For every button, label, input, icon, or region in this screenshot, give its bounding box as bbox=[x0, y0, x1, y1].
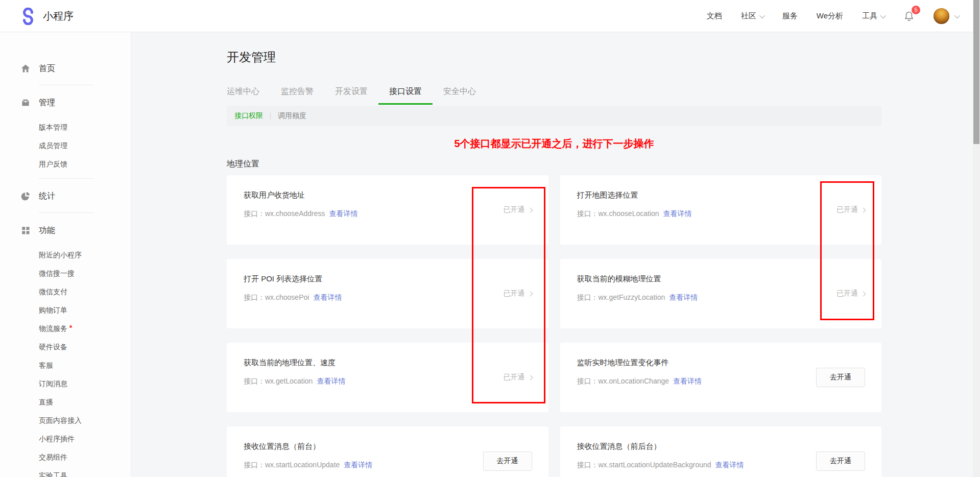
view-details-link[interactable]: 查看详情 bbox=[313, 293, 342, 301]
api-card-info: 接口：wx.chooseLocation查看详情 bbox=[577, 209, 882, 219]
miniprogram-logo-icon bbox=[19, 8, 37, 25]
chevron-right-icon bbox=[528, 207, 533, 212]
pie-chart-icon bbox=[20, 191, 31, 201]
chevron-down-icon bbox=[880, 12, 886, 18]
tab-api-settings[interactable]: 接口设置 bbox=[378, 86, 433, 105]
api-card-info: 接口：wx.getLocation查看详情 bbox=[244, 377, 548, 386]
subtab-api-permissions[interactable]: 接口权限 bbox=[234, 111, 263, 121]
sidebar-item-live-streaming[interactable]: 直播 bbox=[0, 393, 131, 412]
tab-security-center[interactable]: 安全中心 bbox=[433, 86, 487, 105]
chevron-right-icon bbox=[528, 375, 533, 380]
api-card-title: 打开 POI 列表选择位置 bbox=[244, 273, 548, 284]
nav-we-analytics[interactable]: We分析 bbox=[817, 11, 843, 21]
sidebar-item-user-feedback[interactable]: 用户反馈 bbox=[0, 155, 131, 174]
subtab-call-quota[interactable]: 调用额度 bbox=[278, 111, 306, 121]
navbar-menu: 文档 社区 服务 We分析 工具 5 bbox=[707, 0, 959, 32]
page-title: 开发管理 bbox=[227, 49, 881, 65]
api-card-title: 获取当前的模糊地理位置 bbox=[577, 273, 882, 284]
go-open-button[interactable]: 去开通 bbox=[816, 451, 865, 471]
status-opened[interactable]: 已开通 bbox=[504, 205, 532, 214]
chevron-right-icon bbox=[861, 207, 866, 212]
api-card-start-location-update-background: 接收位置消息（前后台） 接口：wx.startLocationUpdateBac… bbox=[560, 426, 882, 477]
api-card-title: 打开地图选择位置 bbox=[577, 189, 882, 200]
home-icon bbox=[20, 63, 31, 74]
tab-dev-settings[interactable]: 开发设置 bbox=[324, 86, 378, 105]
api-card-info: 接口：wx.getFuzzyLocation查看详情 bbox=[577, 293, 882, 302]
sidebar-item-subscribe-messages[interactable]: 订阅消息 bbox=[0, 375, 131, 393]
tab-monitor-alerts[interactable]: 监控告警 bbox=[270, 86, 324, 105]
chevron-down-icon bbox=[954, 12, 960, 18]
sidebar-item-hardware-devices[interactable]: 硬件设备 bbox=[0, 338, 131, 356]
status-opened[interactable]: 已开通 bbox=[504, 289, 532, 298]
sidebar-item-shopping-orders[interactable]: 购物订单 bbox=[0, 301, 131, 320]
sidebar-item-label: 功能 bbox=[39, 225, 55, 236]
api-card-on-location-change: 监听实时地理位置变化事件 接口：wx.onLocationChange查看详情 … bbox=[560, 343, 882, 412]
view-details-link[interactable]: 查看详情 bbox=[715, 461, 744, 469]
sidebar-submenu-features: 附近的小程序 微信搜一搜 微信支付 购物订单 物流服务 硬件设备 客服 订阅消息… bbox=[0, 246, 131, 477]
sidebar-item-page-content-access[interactable]: 页面内容接入 bbox=[0, 412, 131, 430]
sidebar-item-version-manage[interactable]: 版本管理 bbox=[0, 118, 131, 137]
logo[interactable]: 小程序 bbox=[19, 0, 74, 32]
sidebar-item-label: 首页 bbox=[39, 63, 55, 74]
sidebar-item-home[interactable]: 首页 bbox=[0, 57, 131, 80]
chevron-down-icon bbox=[759, 12, 765, 18]
status-opened[interactable]: 已开通 bbox=[504, 373, 532, 382]
top-navbar: 小程序 文档 社区 服务 We分析 工具 5 bbox=[0, 0, 980, 32]
sidebar-item-statistics[interactable]: 统计 bbox=[0, 184, 131, 208]
view-details-link[interactable]: 查看详情 bbox=[673, 377, 702, 385]
scrollbar-thumb[interactable] bbox=[973, 0, 979, 144]
sidebar-item-wechat-search[interactable]: 微信搜一搜 bbox=[0, 265, 131, 283]
nav-services[interactable]: 服务 bbox=[782, 11, 798, 21]
nav-docs[interactable]: 文档 bbox=[707, 11, 722, 21]
api-card-choose-location: 打开地图选择位置 接口：wx.chooseLocation查看详情 已开通 bbox=[560, 175, 882, 245]
sidebar-item-customer-service[interactable]: 客服 bbox=[0, 356, 131, 375]
tray-icon bbox=[20, 98, 31, 108]
sidebar-item-experimental-tools[interactable]: 实验工具 bbox=[0, 467, 131, 477]
sidebar: 首页 管理 版本管理 成员管理 用户反馈 统计 bbox=[0, 32, 131, 477]
api-card-title: 接收位置消息（前台） bbox=[244, 441, 548, 451]
api-card-info: 接口：wx.choosePoi查看详情 bbox=[244, 293, 548, 302]
tab-operations-center[interactable]: 运维中心 bbox=[216, 86, 270, 105]
grid-icon bbox=[20, 225, 31, 235]
status-opened[interactable]: 已开通 bbox=[836, 205, 865, 214]
logo-text: 小程序 bbox=[43, 9, 74, 23]
sidebar-item-wechat-pay[interactable]: 微信支付 bbox=[0, 283, 131, 301]
api-card-title: 监听实时地理位置变化事件 bbox=[577, 357, 882, 368]
chevron-right-icon bbox=[861, 291, 866, 296]
api-card-get-location: 获取当前的地理位置、速度 接口：wx.getLocation查看详情 已开通 bbox=[227, 343, 548, 412]
avatar bbox=[934, 8, 949, 24]
subtab-bar: 接口权限 调用额度 bbox=[227, 106, 881, 126]
sidebar-item-trade-components[interactable]: 交易组件 bbox=[0, 448, 131, 467]
api-card-choose-poi: 打开 POI 列表选择位置 接口：wx.choosePoi查看详情 已开通 bbox=[227, 259, 548, 328]
view-details-link[interactable]: 查看详情 bbox=[344, 461, 372, 469]
view-details-link[interactable]: 查看详情 bbox=[669, 293, 698, 301]
view-details-link[interactable]: 查看详情 bbox=[329, 209, 358, 218]
view-details-link[interactable]: 查看详情 bbox=[663, 209, 692, 218]
sidebar-item-nearby-miniprograms[interactable]: 附近的小程序 bbox=[0, 246, 131, 265]
sidebar-item-features[interactable]: 功能 bbox=[0, 219, 131, 242]
nav-tools[interactable]: 工具 bbox=[862, 11, 885, 21]
api-card-get-fuzzy-location: 获取当前的模糊地理位置 接口：wx.getFuzzyLocation查看详情 已… bbox=[560, 259, 882, 328]
api-card-choose-address: 获取用户收货地址 接口：wx.chooseAddress查看详情 已开通 bbox=[227, 175, 548, 245]
notification-bell[interactable]: 5 bbox=[903, 10, 915, 22]
divider bbox=[39, 85, 94, 85]
sidebar-item-logistics-service[interactable]: 物流服务 bbox=[0, 320, 131, 338]
status-opened[interactable]: 已开通 bbox=[836, 289, 865, 298]
api-card-title: 获取用户收货地址 bbox=[244, 189, 548, 200]
chevron-right-icon bbox=[528, 291, 533, 296]
divider bbox=[270, 112, 271, 120]
api-card-title: 获取当前的地理位置、速度 bbox=[244, 357, 548, 368]
divider bbox=[39, 178, 94, 179]
account-menu[interactable] bbox=[934, 8, 959, 24]
sidebar-item-label: 管理 bbox=[39, 98, 55, 108]
sidebar-item-miniprogram-plugins[interactable]: 小程序插件 bbox=[0, 430, 131, 448]
sidebar-submenu-manage: 版本管理 成员管理 用户反馈 bbox=[0, 118, 131, 174]
nav-community[interactable]: 社区 bbox=[741, 11, 763, 21]
vertical-scrollbar bbox=[973, 0, 980, 477]
go-open-button[interactable]: 去开通 bbox=[483, 451, 532, 471]
sidebar-item-manage[interactable]: 管理 bbox=[0, 91, 131, 114]
api-card-grid: 获取用户收货地址 接口：wx.chooseAddress查看详情 已开通 打开地… bbox=[227, 175, 881, 477]
view-details-link[interactable]: 查看详情 bbox=[317, 377, 345, 385]
sidebar-item-member-manage[interactable]: 成员管理 bbox=[0, 137, 131, 155]
go-open-button[interactable]: 去开通 bbox=[816, 368, 865, 387]
